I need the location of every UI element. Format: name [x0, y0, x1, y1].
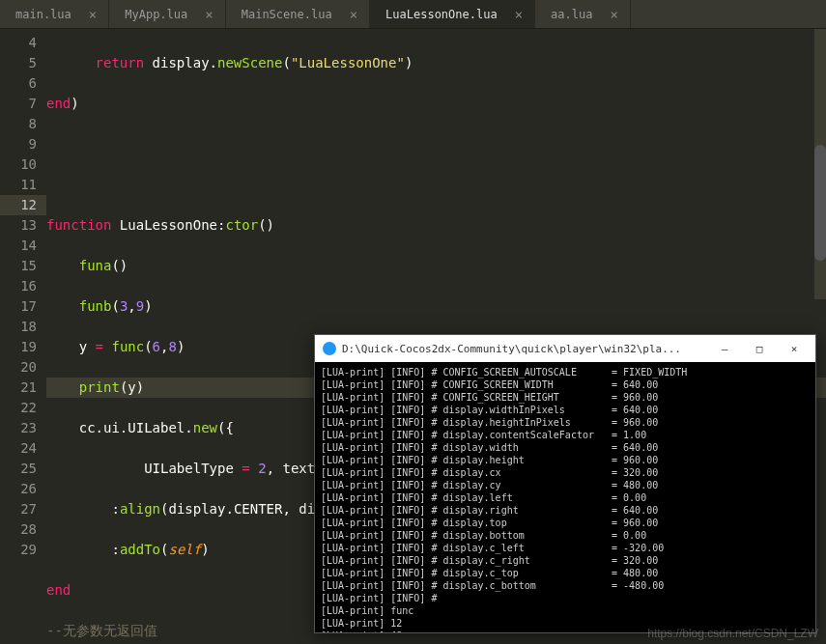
line-number: 23 [0, 418, 37, 438]
tab-bar: main.lua× MyApp.lua× MainScene.lua× LuaL… [0, 0, 826, 29]
line-number: 24 [0, 438, 37, 459]
close-icon[interactable]: × [350, 7, 357, 22]
line-number: 7 [0, 94, 37, 114]
scrollbar-thumb[interactable] [814, 145, 826, 261]
tab-mainscene[interactable]: MainScene.lua× [226, 0, 370, 28]
tab-label: MainScene.lua [242, 8, 332, 21]
tab-label: LuaLessonOne.lua [385, 8, 498, 21]
line-number: 18 [0, 317, 37, 337]
line-number: 11 [0, 175, 37, 195]
line-number: 20 [0, 357, 37, 378]
line-number: 28 [0, 519, 37, 540]
tab-aa[interactable]: aa.lua× [535, 0, 631, 28]
line-number: 8 [0, 114, 37, 134]
line-number: 16 [0, 276, 37, 296]
close-button[interactable]: × [777, 338, 812, 359]
minimize-button[interactable]: — [707, 338, 742, 359]
line-number: 25 [0, 459, 37, 479]
console-titlebar[interactable]: D:\Quick-Cocos2dx-Community\quick\player… [315, 335, 815, 362]
tab-label: aa.lua [551, 8, 592, 21]
console-title: D:\Quick-Cocos2dx-Community\quick\player… [342, 343, 707, 355]
line-number: 26 [0, 479, 37, 499]
tab-myapp[interactable]: MyApp.lua× [109, 0, 225, 28]
line-number: 29 [0, 540, 37, 560]
app-icon [323, 342, 336, 355]
editor-scrollbar[interactable] [814, 29, 826, 299]
line-number: 5 [0, 53, 37, 73]
tab-main[interactable]: main.lua× [0, 0, 109, 28]
close-icon[interactable]: × [89, 7, 97, 22]
tab-label: MyApp.lua [125, 8, 187, 21]
line-number: 15 [0, 256, 37, 276]
tab-lualessonone[interactable]: LuaLessonOne.lua× [370, 0, 535, 28]
line-number: 17 [0, 296, 37, 317]
watermark: https://blog.csdn.net/CSDN_LZW [647, 627, 818, 640]
line-number: 19 [0, 337, 37, 357]
line-gutter: 4567891011121314151617181920212223242526… [0, 29, 46, 644]
console-output[interactable]: [LUA-print] [INFO] # CONFIG_SCREEN_AUTOS… [315, 362, 815, 632]
line-number: 14 [0, 236, 37, 256]
maximize-button[interactable]: □ [742, 338, 777, 359]
line-number: 4 [0, 33, 37, 53]
line-number: 22 [0, 398, 37, 418]
line-number: 27 [0, 499, 37, 519]
console-window: D:\Quick-Cocos2dx-Community\quick\player… [314, 334, 816, 633]
line-number: 21 [0, 378, 37, 398]
line-number: 12 [0, 195, 46, 215]
close-icon[interactable]: × [515, 7, 523, 22]
line-number: 13 [0, 215, 37, 236]
line-number: 9 [0, 134, 37, 154]
line-number: 6 [0, 73, 37, 94]
close-icon[interactable]: × [205, 7, 213, 22]
line-number: 10 [0, 154, 37, 175]
close-icon[interactable]: × [610, 7, 617, 22]
tab-label: main.lua [15, 8, 71, 21]
